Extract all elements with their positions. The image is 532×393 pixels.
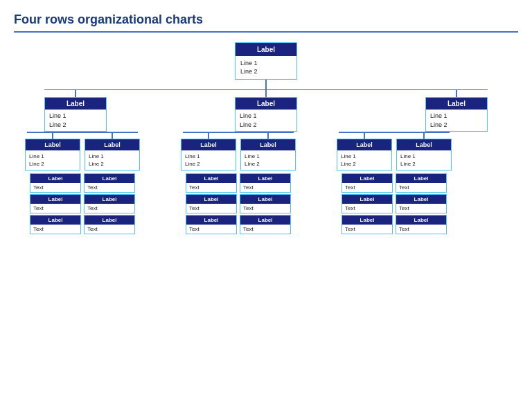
row4-col-1-1: Label Text Label Text Label Text — [240, 173, 291, 234]
v-conn-2-1 — [265, 90, 267, 97]
row3-pair-1: Label Line 1 Line 2 Label Line 1 — [181, 133, 296, 171]
row3-node-2-0: Label Line 1 Line 2 — [337, 139, 392, 171]
row3-item-0-1: Label Line 1 Line 2 — [85, 133, 140, 171]
row4-col-2-0: Label Text Label Text Label Text — [342, 173, 393, 234]
leaf-1-0-1: Label Text — [186, 194, 237, 213]
leaf-1-1-0: Label Text — [240, 173, 291, 193]
row2-item-0: Label Line 1 Line 2 — [44, 90, 107, 132]
row4-col-0-1: Label Text Label Text Label Text — [84, 173, 135, 234]
leaf-2-1-1: Label Text — [396, 194, 447, 213]
row2-node-0: Label Line 1 Line 2 — [44, 97, 107, 132]
leaf-1-0-0: Label Text — [186, 173, 237, 193]
leaf-1-1-1: Label Text — [240, 194, 291, 213]
leaf-0-1-2: Label Text — [84, 215, 135, 234]
row3-node-0-0: Label Line 1 Line 2 — [25, 139, 80, 171]
leaf-2-1-2: Label Text — [396, 215, 447, 234]
row3-section-1: Label Line 1 Line 2 Label Line 1 — [172, 132, 304, 171]
row3-section-2: Label Line 1 Line 2 Label Line 1 — [328, 132, 460, 171]
row3-item-1-0: Label Line 1 Line 2 — [181, 133, 236, 171]
row3-node-1-1: Label Line 1 Line 2 — [240, 139, 296, 171]
row4-col-2-1: Label Text Label Text Label Text — [396, 173, 447, 234]
row4-col-0-0: Label Text Label Text Label Text — [30, 173, 81, 234]
row4-section-1: Label Text Label Text Label Text Label — [172, 173, 304, 234]
page: Four rows organizational charts Label Li… — [0, 0, 532, 393]
row2-node-2: Label Line 1 Line 2 — [425, 97, 488, 132]
row2-label-0: Label — [45, 98, 106, 110]
row2-node-1: Label Line 1 Line 2 — [235, 97, 297, 132]
leaf-0-0-0: Label Text — [30, 173, 81, 193]
leaf-1-0-2: Label Text — [186, 215, 237, 234]
row3-item-0-0: Label Line 1 Line 2 — [25, 133, 80, 171]
row3-node-0-1: Label Line 1 Line 2 — [85, 139, 140, 171]
root-node: Label Line 1 Line 2 — [235, 42, 297, 80]
title-underline — [14, 31, 518, 33]
page-title: Four rows organizational charts — [14, 12, 518, 27]
row2-label-2: Label — [426, 98, 487, 110]
leaf-0-1-1: Label Text — [84, 194, 135, 213]
row3-item-2-1: Label Line 1 Line 2 — [396, 133, 452, 171]
row2-label-1: Label — [236, 98, 296, 110]
root-label: Label — [236, 43, 296, 56]
row3-node-1-0: Label Line 1 Line 2 — [181, 139, 236, 171]
row4-section-2: Label Text Label Text Label Text Label — [328, 173, 460, 234]
leaf-1-1-2: Label Text — [240, 215, 291, 234]
row3-section-0: Label Line 1 Line 2 Label Line 1 — [17, 132, 148, 171]
row-2-container: Label Line 1 Line 2 Label Line 1 — [17, 89, 515, 132]
row4-container: Label Text Label Text Label Text Label — [17, 173, 460, 234]
row2-item-1: Label Line 1 Line 2 — [235, 90, 297, 132]
row3-pair-2: Label Line 1 Line 2 Label Line 1 — [337, 133, 452, 171]
row2-nodes: Label Line 1 Line 2 Label Line 1 — [44, 90, 488, 132]
leaf-2-0-2: Label Text — [342, 215, 393, 234]
root-body: Line 1 Line 2 — [236, 56, 296, 79]
leaf-0-0-1: Label Text — [30, 194, 81, 213]
row-1: Label Line 1 Line 2 — [17, 42, 515, 89]
row3-item-1-1: Label Line 1 Line 2 — [240, 133, 296, 171]
leaf-0-1-0: Label Text — [84, 173, 135, 193]
row4-section-0: Label Text Label Text Label Text Label — [17, 173, 148, 234]
root-v-connector — [265, 80, 267, 89]
org-chart: Label Line 1 Line 2 — [17, 42, 515, 235]
row2-item-2: Label Line 1 Line 2 — [425, 90, 488, 132]
leaf-2-1-0: Label Text — [396, 173, 447, 193]
leaf-2-0-1: Label Text — [342, 194, 393, 213]
row4-col-1-0: Label Text Label Text Label Text — [186, 173, 237, 234]
row3-item-2-0: Label Line 1 Line 2 — [337, 133, 392, 171]
leaf-0-0-2: Label Text — [30, 215, 81, 234]
row3-pair-0: Label Line 1 Line 2 Label Line 1 — [25, 133, 140, 171]
row3-container: Label Line 1 Line 2 Label Line 1 — [17, 132, 460, 171]
v-conn-2-0 — [75, 90, 76, 97]
leaf-2-0-0: Label Text — [342, 173, 393, 193]
v-conn-2-2 — [456, 90, 457, 97]
row3-node-2-1: Label Line 1 Line 2 — [396, 139, 452, 171]
root-group: Label Line 1 Line 2 — [235, 42, 297, 89]
